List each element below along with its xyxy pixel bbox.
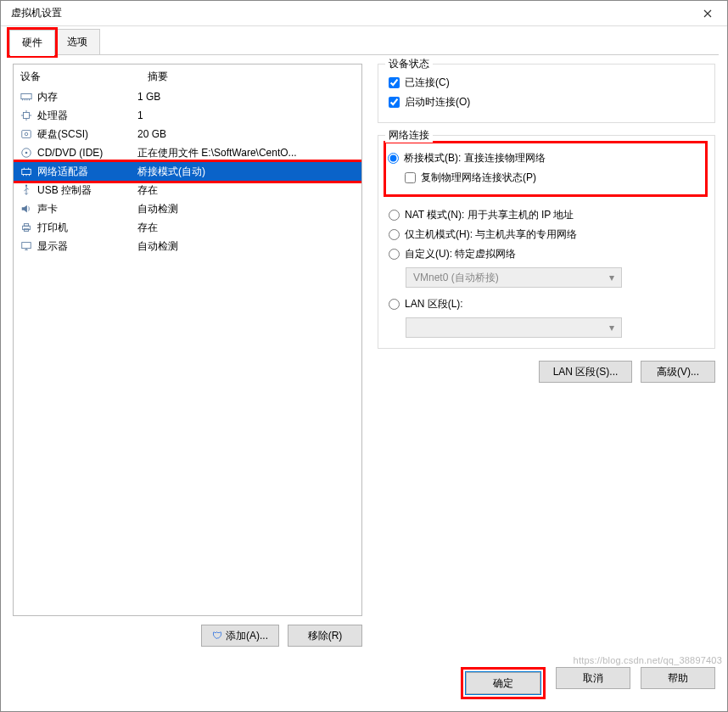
device-name: 内存 — [37, 90, 58, 104]
device-row-3[interactable]: CD/DVD (IDE)正在使用文件 E:\SoftWare\CentO... — [14, 143, 361, 162]
device-row-2[interactable]: 硬盘(SCSI)20 GB — [14, 125, 361, 143]
display-icon — [19, 239, 34, 253]
device-row-0[interactable]: 内存1 GB — [14, 87, 361, 106]
cpu-icon — [19, 109, 34, 122]
usb-icon — [19, 183, 34, 197]
lan-select-wrap: ▾ — [406, 317, 704, 338]
cancel-label: 取消 — [583, 672, 603, 684]
device-summary: 正在使用文件 E:\SoftWare\CentO... — [137, 146, 356, 160]
device-summary: 存在 — [137, 221, 356, 235]
custom-select-wrap: VMnet0 (自动桥接) ▾ — [406, 267, 704, 288]
device-name: 硬盘(SCSI) — [37, 127, 88, 142]
device-row-6[interactable]: 声卡自动检测 — [14, 199, 361, 218]
custom-radio[interactable] — [389, 249, 400, 260]
device-name: 显示器 — [37, 239, 68, 254]
title-bar: 虚拟机设置 — [1, 1, 727, 26]
network-extra-buttons: LAN 区段(S)... 高级(V)... — [378, 361, 715, 383]
replicate-checkbox[interactable] — [405, 172, 416, 183]
device-summary: 存在 — [137, 183, 356, 198]
hostonly-radio-row[interactable]: 仅主机模式(H): 与主机共享的专用网络 — [389, 225, 704, 244]
connect-poweron-checkbox[interactable] — [389, 97, 400, 108]
device-row-1[interactable]: 处理器1 — [14, 106, 361, 125]
left-column: 设备 摘要 内存1 GB处理器1硬盘(SCSI)20 GBCD/DVD (IDE… — [13, 64, 362, 647]
disk-icon — [19, 127, 34, 141]
ok-button[interactable]: 确定 — [466, 672, 540, 694]
lan-segment-select: ▾ — [406, 317, 622, 338]
add-button[interactable]: 🛡添加(A)... — [201, 625, 279, 647]
lan-radio-row[interactable]: LAN 区段(L): — [389, 294, 704, 314]
device-row-7[interactable]: 打印机存在 — [14, 218, 361, 237]
device-list-header: 设备 摘要 — [14, 64, 361, 87]
printer-icon — [19, 221, 34, 234]
content-area: 设备 摘要 内存1 GB处理器1硬盘(SCSI)20 GBCD/DVD (IDE… — [1, 55, 727, 659]
close-icon — [703, 9, 712, 18]
sound-icon — [19, 202, 34, 216]
chevron-down-icon: ▾ — [609, 272, 614, 283]
device-button-row: 🛡添加(A)... 移除(R) — [13, 616, 362, 647]
bridged-highlight: 桥接模式(B): 直接连接物理网络 复制物理网络连接状态(P) — [384, 141, 708, 197]
replicate-label: 复制物理网络连接状态(P) — [421, 171, 536, 185]
nat-radio[interactable] — [389, 210, 400, 221]
device-name: 网络适配器 — [37, 165, 88, 179]
help-label: 帮助 — [668, 672, 688, 684]
window-title: 虚拟机设置 — [11, 6, 688, 20]
device-row-5[interactable]: USB 控制器存在 — [14, 181, 361, 199]
bridged-radio[interactable] — [388, 153, 399, 164]
device-list-box: 设备 摘要 内存1 GB处理器1硬盘(SCSI)20 GBCD/DVD (IDE… — [13, 64, 362, 616]
close-button[interactable] — [688, 1, 727, 26]
hostonly-radio[interactable] — [389, 229, 400, 240]
device-name: 处理器 — [37, 109, 68, 123]
network-group: 网络连接 桥接模式(B): 直接连接物理网络 复制物理网络连接状态(P) NAT… — [378, 135, 715, 349]
device-summary: 1 GB — [137, 91, 356, 103]
svg-point-3 — [25, 132, 28, 136]
bridged-radio-row[interactable]: 桥接模式(B): 直接连接物理网络 — [388, 149, 698, 168]
nat-radio-row[interactable]: NAT 模式(N): 用于共享主机的 IP 地址 — [389, 205, 704, 225]
help-button[interactable]: 帮助 — [641, 667, 715, 689]
custom-network-value: VMnet0 (自动桥接) — [413, 271, 499, 285]
remove-button[interactable]: 移除(R) — [288, 625, 362, 647]
lan-radio[interactable] — [389, 299, 400, 310]
right-column: 设备状态 已连接(C) 启动时连接(O) 网络连接 桥接模式(B): 直接连接物… — [378, 64, 715, 647]
connected-checkbox[interactable] — [389, 77, 400, 88]
device-row-8[interactable]: 显示器自动检测 — [14, 237, 361, 255]
device-name: 打印机 — [37, 221, 68, 235]
memory-icon — [19, 90, 34, 104]
dialog-footer: 确定 取消 帮助 — [1, 659, 727, 711]
bridged-label: 桥接模式(B): 直接连接物理网络 — [404, 151, 546, 165]
remove-button-label: 移除(R) — [308, 630, 343, 642]
device-name: 声卡 — [37, 202, 58, 216]
tab-options-label: 选项 — [67, 36, 87, 48]
lan-segments-button[interactable]: LAN 区段(S)... — [539, 361, 632, 383]
cd-icon — [19, 146, 34, 160]
cancel-button[interactable]: 取消 — [556, 667, 630, 689]
tab-hardware[interactable]: 硬件 — [9, 30, 55, 55]
ok-label: 确定 — [493, 677, 513, 689]
hostonly-label: 仅主机模式(H): 与主机共享的专用网络 — [405, 227, 577, 242]
custom-network-select: VMnet0 (自动桥接) ▾ — [406, 267, 622, 288]
connected-checkbox-row[interactable]: 已连接(C) — [389, 73, 704, 93]
col-device: 设备 — [20, 70, 148, 84]
device-row-4[interactable]: 网络适配器桥接模式(自动) — [14, 162, 361, 181]
svg-rect-11 — [22, 243, 31, 249]
replicate-row[interactable]: 复制物理网络连接状态(P) — [405, 168, 698, 188]
tab-hardware-label: 硬件 — [22, 36, 42, 48]
advanced-label: 高级(V)... — [657, 366, 699, 378]
custom-label: 自定义(U): 特定虚拟网络 — [405, 247, 516, 261]
connect-poweron-row[interactable]: 启动时连接(O) — [389, 93, 704, 112]
nat-label: NAT 模式(N): 用于共享主机的 IP 地址 — [405, 208, 574, 222]
custom-radio-row[interactable]: 自定义(U): 特定虚拟网络 — [389, 244, 704, 264]
svg-rect-0 — [21, 94, 31, 99]
device-name: USB 控制器 — [37, 183, 92, 198]
connect-poweron-label: 启动时连接(O) — [405, 95, 470, 109]
lan-label: LAN 区段(L): — [405, 297, 463, 311]
svg-rect-1 — [24, 113, 30, 119]
advanced-button[interactable]: 高级(V)... — [641, 361, 715, 383]
ok-highlight: 确定 — [461, 667, 546, 699]
svg-rect-9 — [24, 224, 28, 227]
device-status-group: 设备状态 已连接(C) 启动时连接(O) — [378, 64, 715, 123]
add-button-label: 添加(A)... — [226, 630, 268, 642]
connected-label: 已连接(C) — [405, 76, 450, 90]
tab-options[interactable]: 选项 — [54, 29, 100, 55]
col-summary: 摘要 — [148, 70, 168, 84]
device-list[interactable]: 内存1 GB处理器1硬盘(SCSI)20 GBCD/DVD (IDE)正在使用文… — [14, 87, 361, 615]
